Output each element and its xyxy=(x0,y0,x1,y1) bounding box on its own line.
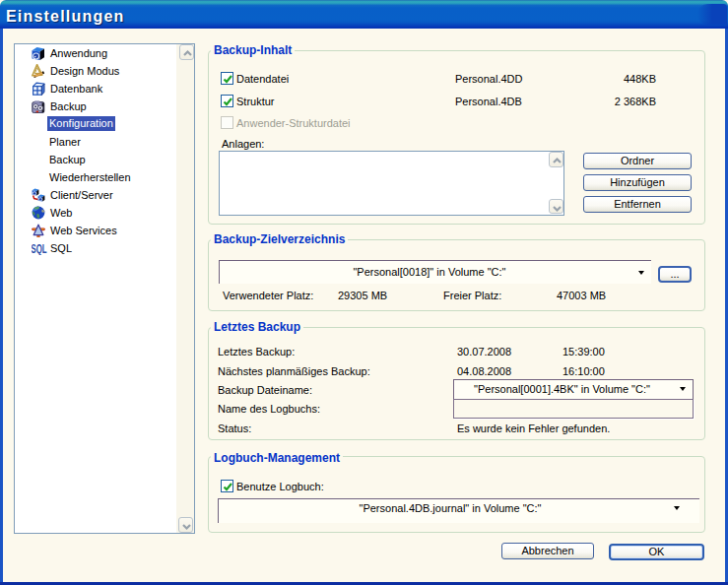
svg-text:SQL: SQL xyxy=(32,241,47,255)
